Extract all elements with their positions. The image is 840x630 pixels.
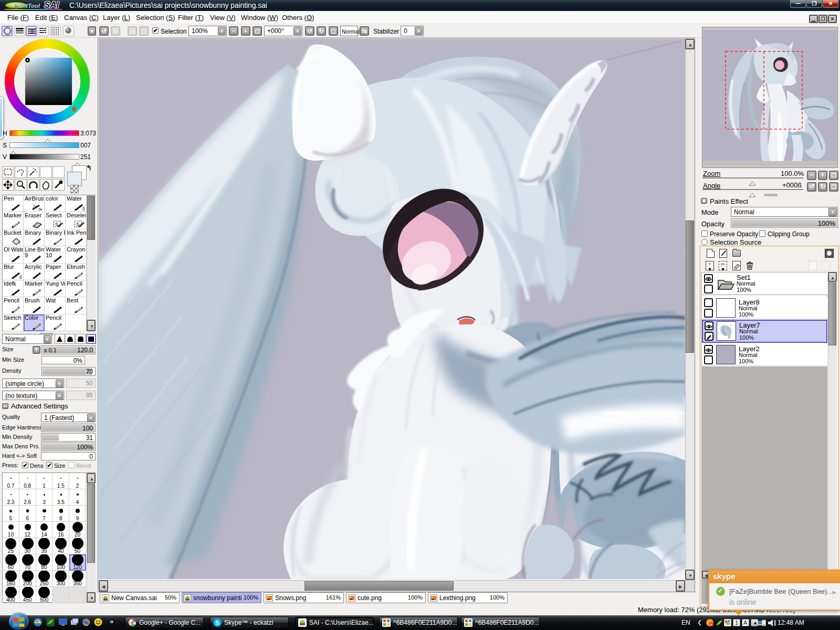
svg-text:S: S	[215, 620, 219, 626]
svg-text:x: x	[710, 622, 712, 627]
